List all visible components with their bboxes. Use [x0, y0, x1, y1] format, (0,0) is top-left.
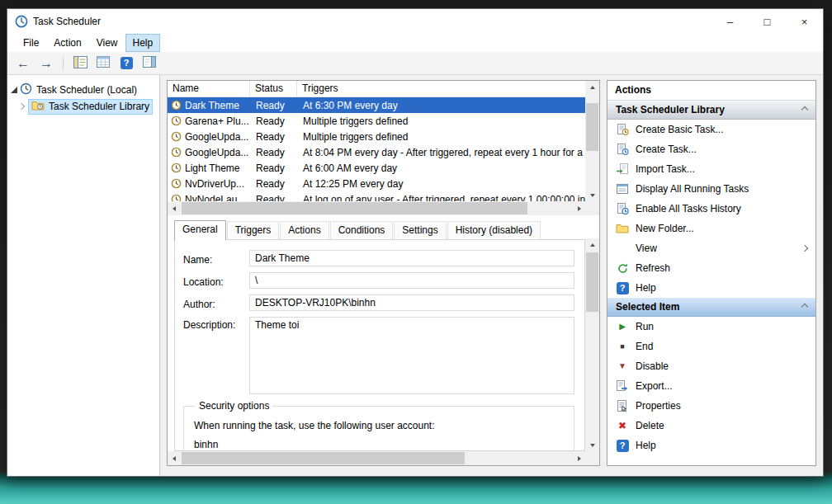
- name-field[interactable]: Dark Theme: [249, 250, 574, 266]
- column-header-name[interactable]: Name: [168, 81, 250, 97]
- scroll-left-button[interactable]: [168, 201, 180, 215]
- collapse-section-icon[interactable]: [801, 106, 808, 113]
- task-list-horizontal-scrollbar[interactable]: [168, 201, 585, 215]
- action-run[interactable]: ▶ Run: [607, 317, 815, 337]
- task-name: NvDriverUp...: [185, 178, 244, 190]
- maximize-button[interactable]: □: [749, 9, 786, 34]
- scrollbar-thumb[interactable]: [586, 103, 598, 151]
- action-create-task[interactable]: Create Task...: [607, 139, 815, 159]
- detail-horizontal-scrollbar[interactable]: [168, 451, 585, 465]
- task-row[interactable]: GoogleUpda... Ready At 8:04 PM every day…: [168, 144, 585, 160]
- action-item-label: New Folder...: [636, 223, 694, 234]
- action-create-basic-task[interactable]: Create Basic Task...: [607, 120, 815, 139]
- detail-vertical-scrollbar[interactable]: [585, 238, 599, 451]
- task-row[interactable]: Dark Theme Ready At 6:30 PM every day: [168, 97, 585, 113]
- scroll-left-button[interactable]: [168, 451, 180, 465]
- tree-collapsed-icon[interactable]: [18, 103, 25, 110]
- export-icon: [616, 379, 629, 393]
- scroll-right-button[interactable]: [573, 451, 585, 465]
- action-export[interactable]: Export...: [607, 376, 815, 396]
- action-item-label: Help: [636, 440, 656, 451]
- actions-section-library[interactable]: Task Scheduler Library: [607, 101, 815, 120]
- action-display-running-tasks[interactable]: Display All Running Tasks: [607, 179, 815, 199]
- scroll-down-button[interactable]: [585, 439, 599, 451]
- section-header-label: Task Scheduler Library: [616, 104, 725, 115]
- scrollbar-thumb[interactable]: [182, 452, 465, 464]
- close-button[interactable]: ×: [786, 9, 823, 34]
- forward-button[interactable]: →: [35, 54, 57, 73]
- task-row[interactable]: Garena+ Plu... Ready Multiple triggers d…: [168, 113, 585, 129]
- tab-actions[interactable]: Actions: [280, 221, 329, 239]
- scrollbar-track[interactable]: [180, 451, 573, 465]
- action-pane-icon: [143, 56, 156, 70]
- scrollbar-thumb[interactable]: [586, 252, 598, 312]
- scroll-down-button[interactable]: [585, 189, 599, 201]
- description-field[interactable]: Theme toi: [249, 317, 574, 394]
- task-detail-pane: General Triggers Actions Conditions Sett…: [168, 215, 599, 465]
- menu-help[interactable]: Help: [125, 34, 161, 52]
- tab-history[interactable]: History (disabled): [447, 221, 541, 239]
- collapse-section-icon[interactable]: [801, 304, 808, 310]
- scrollbar-track[interactable]: [585, 251, 599, 439]
- titlebar[interactable]: Task Scheduler – □ ×: [7, 9, 823, 34]
- tree-item-library[interactable]: Task Scheduler Library: [7, 98, 159, 115]
- security-account: binhn: [194, 439, 564, 450]
- actions-section-selected-item[interactable]: Selected Item: [607, 298, 815, 317]
- scrollbar-thumb[interactable]: [182, 202, 527, 214]
- action-view[interactable]: View: [607, 238, 815, 258]
- tab-settings[interactable]: Settings: [394, 221, 446, 239]
- action-item-label: End: [636, 341, 653, 352]
- task-row[interactable]: NvDriverUp... Ready At 12:25 PM every da…: [168, 176, 585, 191]
- task-clock-icon: [171, 163, 182, 173]
- action-import-task[interactable]: Import Task...: [607, 159, 815, 179]
- task-status: Ready: [250, 147, 297, 158]
- scroll-right-button[interactable]: [573, 201, 585, 215]
- scrollbar-track[interactable]: [180, 201, 573, 215]
- action-end[interactable]: ■ End: [607, 337, 815, 356]
- menu-view[interactable]: View: [89, 34, 125, 52]
- location-field[interactable]: \: [249, 272, 574, 289]
- action-item-label: Display All Running Tasks: [636, 183, 749, 195]
- tree-item-local[interactable]: Task Scheduler (Local): [7, 82, 159, 98]
- actions-pane-title: Actions: [607, 81, 815, 101]
- action-delete[interactable]: ✖ Delete: [607, 416, 815, 436]
- task-list-vertical-scrollbar[interactable]: [585, 81, 599, 201]
- tab-general[interactable]: General: [174, 220, 226, 240]
- minimize-button[interactable]: –: [711, 9, 749, 34]
- scrollbar-corner: [585, 201, 599, 215]
- tab-conditions[interactable]: Conditions: [330, 221, 394, 239]
- general-tab-page: Name: Dark Theme Location: \ Author: DES…: [174, 239, 585, 451]
- author-field[interactable]: DESKTOP-VRJ10PK\binhn: [249, 294, 574, 311]
- action-help-selected[interactable]: ? Help: [607, 436, 815, 455]
- export-list-button[interactable]: [92, 54, 114, 73]
- action-enable-history[interactable]: Enable All Tasks History: [607, 199, 815, 219]
- action-disable[interactable]: ▼ Disable: [607, 356, 815, 376]
- help-toolbar-button[interactable]: ?: [116, 54, 137, 73]
- column-header-status[interactable]: Status: [250, 81, 297, 97]
- menu-file[interactable]: File: [16, 34, 46, 52]
- task-row[interactable]: Light Theme Ready At 6:00 AM every day: [168, 160, 585, 176]
- show-console-tree-button[interactable]: [69, 54, 91, 73]
- scroll-up-button[interactable]: [585, 238, 599, 251]
- action-refresh[interactable]: Refresh: [607, 258, 815, 278]
- scrollbar-track[interactable]: [585, 93, 599, 189]
- action-new-folder[interactable]: New Folder...: [607, 219, 815, 238]
- tree-expanded-icon[interactable]: [11, 87, 17, 93]
- action-item-label: Import Task...: [636, 163, 695, 175]
- column-header-triggers[interactable]: Triggers: [297, 81, 585, 97]
- task-row[interactable]: GoogleUpda... Ready Multiple triggers de…: [168, 129, 585, 144]
- refresh-icon: [616, 261, 629, 275]
- show-action-pane-button[interactable]: [139, 54, 160, 73]
- tab-triggers[interactable]: Triggers: [227, 221, 280, 239]
- main-content: Task Scheduler (Local) Task Scheduler Li…: [7, 75, 823, 476]
- back-button[interactable]: ←: [12, 54, 34, 73]
- action-properties[interactable]: Properties: [607, 396, 815, 416]
- display-running-tasks-icon: [616, 182, 629, 195]
- action-item-label: Help: [636, 282, 656, 294]
- scroll-up-button[interactable]: [585, 81, 599, 93]
- action-help[interactable]: ? Help: [607, 278, 815, 298]
- import-task-icon: [616, 163, 629, 176]
- task-row[interactable]: NvNodeLau... Ready At log on of any user…: [168, 191, 585, 201]
- menu-action[interactable]: Action: [46, 34, 88, 52]
- toolbar: ← → ?: [7, 52, 823, 75]
